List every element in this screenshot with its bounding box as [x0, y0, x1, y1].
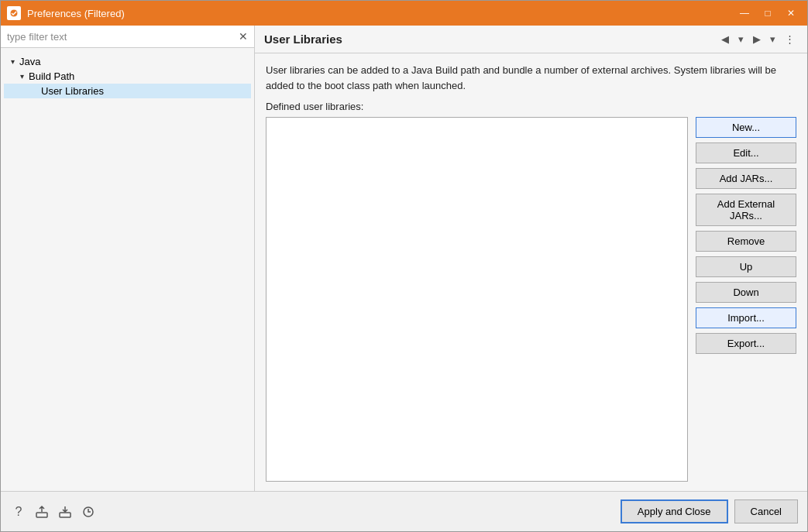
window-title: Preferences (Filtered): [27, 8, 734, 19]
title-bar: Preferences (Filtered) — □ ✕: [1, 1, 807, 26]
edit-button[interactable]: Edit...: [696, 142, 796, 163]
search-input[interactable]: [7, 31, 239, 43]
new-button[interactable]: New...: [696, 117, 796, 138]
panel-title: User Libraries: [264, 33, 342, 46]
button-column: New... Edit... Add JARs... Add External …: [696, 117, 796, 482]
import-button[interactable]: Import...: [696, 307, 796, 328]
nav-back-button[interactable]: ◀: [718, 32, 732, 46]
nav-forward-dropdown-button[interactable]: ▾: [767, 32, 779, 46]
maximize-button[interactable]: □: [758, 5, 778, 22]
export-workspace-icon[interactable]: [33, 503, 50, 520]
defined-label: Defined user libraries:: [266, 101, 796, 112]
nav-menu-button[interactable]: ⋮: [782, 32, 798, 46]
restore-icon[interactable]: [80, 503, 97, 520]
tree-item-java[interactable]: ▾ Java: [4, 54, 251, 69]
footer: ? Apply and Close: [1, 491, 807, 531]
content-area: ✕ ▾ Java ▾ Build Path User Libraries: [1, 26, 807, 491]
search-bar: ✕: [1, 26, 254, 48]
main-panel: User Libraries ◀ ▾ ▶ ▾ ⋮ User libraries …: [255, 26, 807, 491]
nav-back-dropdown-button[interactable]: ▾: [735, 32, 747, 46]
app-icon: [7, 6, 21, 20]
down-button[interactable]: Down: [696, 282, 796, 303]
nav-forward-button[interactable]: ▶: [750, 32, 764, 46]
tree-label-java: Java: [19, 56, 40, 67]
window-controls: — □ ✕: [734, 5, 801, 22]
close-button[interactable]: ✕: [781, 5, 801, 22]
panel-body: User libraries can be added to a Java Bu…: [255, 53, 807, 491]
footer-right: Apply and Close Cancel: [621, 499, 798, 523]
cancel-button[interactable]: Cancel: [734, 499, 798, 523]
tree-item-user-libraries[interactable]: User Libraries: [4, 84, 251, 98]
up-button[interactable]: Up: [696, 256, 796, 277]
sidebar: ✕ ▾ Java ▾ Build Path User Libraries: [1, 26, 255, 491]
export-button[interactable]: Export...: [696, 333, 796, 354]
tree-item-build-path[interactable]: ▾ Build Path: [4, 69, 251, 84]
footer-left: ?: [10, 503, 97, 520]
help-icon[interactable]: ?: [10, 503, 27, 520]
tree-label-user-libraries: User Libraries: [41, 85, 104, 97]
svg-rect-2: [60, 513, 70, 517]
tree-toggle-user-libraries: [29, 86, 40, 97]
tree-area: ▾ Java ▾ Build Path User Libraries: [1, 48, 254, 491]
libraries-area: New... Edit... Add JARs... Add External …: [266, 117, 796, 482]
tree-toggle-java: ▾: [7, 57, 18, 67]
add-jars-button[interactable]: Add JARs...: [696, 168, 796, 189]
add-external-jars-button[interactable]: Add External JARs...: [696, 194, 796, 226]
apply-close-button[interactable]: Apply and Close: [621, 499, 728, 523]
tree-label-build-path: Build Path: [29, 70, 74, 82]
remove-button[interactable]: Remove: [696, 231, 796, 252]
svg-rect-1: [36, 513, 47, 517]
panel-header: User Libraries ◀ ▾ ▶ ▾ ⋮: [255, 26, 807, 53]
description-text: User libraries can be added to a Java Bu…: [266, 63, 796, 93]
preferences-window: Preferences (Filtered) — □ ✕ ✕ ▾ Java ▾ …: [0, 0, 808, 532]
minimize-button[interactable]: —: [734, 5, 755, 22]
tree-toggle-build-path: ▾: [16, 71, 27, 82]
panel-nav: ◀ ▾ ▶ ▾ ⋮: [718, 32, 798, 46]
library-list[interactable]: [266, 117, 688, 482]
import-workspace-icon[interactable]: [57, 503, 74, 520]
search-clear-button[interactable]: ✕: [239, 30, 248, 43]
